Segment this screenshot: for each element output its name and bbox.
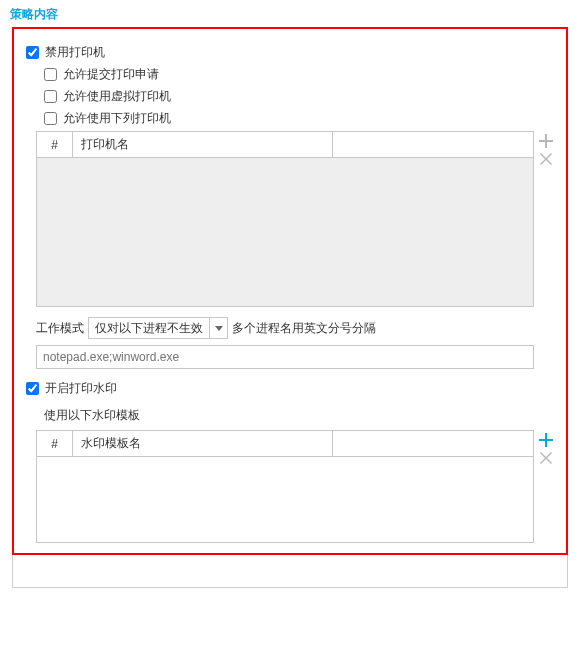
printer-table-col-extra — [333, 132, 533, 158]
allow-submit-row: 允许提交打印申请 — [24, 65, 556, 83]
allow-virtual-checkbox[interactable] — [44, 90, 57, 103]
section-title: 策略内容 — [0, 0, 580, 27]
work-mode-row: 工作模式 仅对以下进程不生效 多个进程名用英文分号分隔 — [36, 317, 556, 339]
printer-table-actions — [538, 131, 554, 167]
add-watermark-button[interactable] — [538, 432, 554, 448]
watermark-table-col-extra — [333, 431, 533, 457]
enable-watermark-row: 开启打印水印 — [24, 379, 556, 397]
disable-printer-label: 禁用打印机 — [45, 44, 105, 61]
table-row — [37, 158, 533, 306]
allow-list-label: 允许使用下列打印机 — [63, 110, 171, 127]
printer-table-col-idx: # — [37, 132, 73, 158]
allow-list-row: 允许使用下列打印机 — [24, 109, 556, 127]
enable-watermark-checkbox[interactable] — [26, 382, 39, 395]
watermark-table-col-name: 水印模板名 — [73, 431, 333, 457]
work-mode-hint: 多个进程名用英文分号分隔 — [232, 320, 376, 337]
allow-submit-checkbox[interactable] — [44, 68, 57, 81]
remove-printer-button[interactable] — [538, 151, 554, 167]
allow-virtual-row: 允许使用虚拟打印机 — [24, 87, 556, 105]
table-row — [37, 457, 533, 542]
work-mode-value: 仅对以下进程不生效 — [89, 318, 209, 338]
enable-watermark-label: 开启打印水印 — [45, 380, 117, 397]
outer-panel-footer — [12, 555, 568, 588]
watermark-table-wrap: # 水印模板名 — [36, 430, 556, 543]
policy-content-highlight: 禁用打印机 允许提交打印申请 允许使用虚拟打印机 允许使用下列打印机 # 打印机… — [12, 27, 568, 555]
watermark-table-actions — [538, 430, 554, 466]
process-names-input[interactable] — [36, 345, 534, 369]
disable-printer-checkbox[interactable] — [26, 46, 39, 59]
chevron-down-icon — [215, 326, 223, 331]
remove-watermark-button[interactable] — [538, 450, 554, 466]
work-mode-select[interactable]: 仅对以下进程不生效 — [88, 317, 228, 339]
printer-table-wrap: # 打印机名 — [36, 131, 556, 307]
work-mode-dropdown-button[interactable] — [209, 318, 227, 338]
work-mode-label: 工作模式 — [36, 320, 84, 337]
disable-printer-row: 禁用打印机 — [24, 43, 556, 61]
printer-table: # 打印机名 — [36, 131, 534, 307]
printer-table-col-name: 打印机名 — [73, 132, 333, 158]
watermark-table-col-idx: # — [37, 431, 73, 457]
allow-list-checkbox[interactable] — [44, 112, 57, 125]
add-printer-button[interactable] — [538, 133, 554, 149]
allow-virtual-label: 允许使用虚拟打印机 — [63, 88, 171, 105]
watermark-template-label: 使用以下水印模板 — [24, 401, 556, 426]
watermark-table: # 水印模板名 — [36, 430, 534, 543]
allow-submit-label: 允许提交打印申请 — [63, 66, 159, 83]
